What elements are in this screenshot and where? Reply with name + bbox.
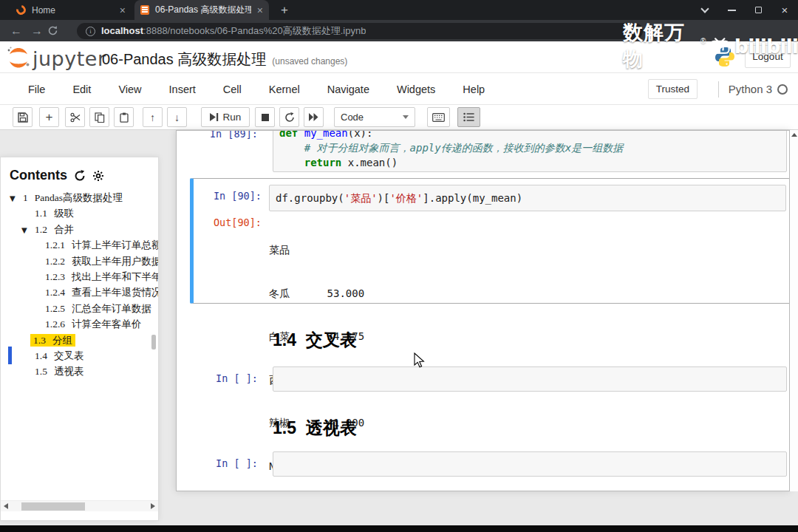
tab-home-title: Home bbox=[32, 5, 114, 16]
menu-edit[interactable]: Edit bbox=[72, 83, 91, 95]
run-icon bbox=[210, 113, 219, 121]
add-cell-button[interactable]: + bbox=[39, 107, 59, 127]
toc-item[interactable]: 1.1级联 bbox=[1, 205, 159, 221]
tab-search-icon[interactable] bbox=[692, 0, 718, 20]
jupyter-favicon bbox=[14, 3, 27, 16]
code-line: # 对于分组对象而言，apply传递的函数，接收到的参数x是一组数据 bbox=[279, 140, 780, 155]
toc-item[interactable]: 1.2.5汇总全年订单数据 bbox=[1, 301, 159, 316]
kernel-name: Python 3 bbox=[729, 83, 772, 95]
menu-view[interactable]: View bbox=[118, 83, 141, 95]
scroll-thumb[interactable] bbox=[21, 502, 85, 511]
code-line: def my_mean(x): bbox=[279, 130, 780, 140]
forward-icon[interactable]: → bbox=[27, 24, 47, 38]
code-cell-input[interactable]: def my_mean(x): # 对于分组对象而言，apply传递的函数，接收… bbox=[273, 130, 787, 172]
command-palette-button[interactable] bbox=[427, 107, 450, 127]
list-icon bbox=[463, 112, 474, 122]
cell-output: 菜品 冬瓜 53.000 白菜 34.375 西红柿 18.000 辣椒 41.… bbox=[269, 214, 426, 491]
scroll-up-icon[interactable] bbox=[791, 133, 797, 137]
menu-help[interactable]: Help bbox=[463, 83, 485, 95]
toc-item[interactable]: 1.4交叉表 bbox=[1, 348, 159, 364]
menu-kernel[interactable]: Kernel bbox=[269, 83, 300, 95]
toc-sidebar: Contents ▼1Pandas高级数据处理 1.1级联 ▼1.2合并 1.2… bbox=[0, 157, 159, 521]
notebook-toolbar: + ↑ ↓ Run Code bbox=[0, 105, 798, 130]
url-path: :8888/notebooks/06-Pandas%20高级数据处理.ipynb bbox=[143, 25, 366, 36]
scissors-icon bbox=[70, 112, 81, 123]
minimize-button[interactable] bbox=[718, 0, 745, 20]
toc-item-current[interactable]: 1.3分组 bbox=[1, 332, 159, 348]
gear-icon[interactable] bbox=[92, 170, 104, 182]
tab-close-icon[interactable]: × bbox=[120, 4, 126, 16]
sidebar-scroll-thumb[interactable] bbox=[151, 335, 156, 349]
move-cell-up-button[interactable]: ↑ bbox=[143, 107, 163, 127]
menu-insert[interactable]: Insert bbox=[169, 83, 196, 95]
browser-tab-strip: Home × 06-Pandas 高级数据处理 × + × bbox=[0, 0, 798, 20]
tab-home[interactable]: Home × bbox=[10, 0, 132, 20]
copy-icon bbox=[95, 112, 105, 123]
site-info-icon[interactable]: i bbox=[86, 27, 95, 36]
caret-down-icon[interactable]: ▼ bbox=[21, 222, 35, 237]
toc-item[interactable]: ▼1Pandas高级数据处理 bbox=[1, 190, 159, 205]
window-controls: × bbox=[692, 0, 798, 20]
cell-prompt: In [89]: bbox=[194, 130, 258, 140]
jupyter-logo-text: jupyter bbox=[33, 47, 106, 70]
move-cell-down-button[interactable]: ↓ bbox=[167, 107, 187, 127]
sidebar-horizontal-scrollbar[interactable] bbox=[1, 500, 158, 511]
bottom-black-bar bbox=[0, 525, 798, 532]
tab-notebook[interactable]: 06-Pandas 高级数据处理 × bbox=[134, 0, 269, 20]
notebook-favicon bbox=[140, 5, 149, 15]
toc-item[interactable]: 1.2.6计算全年客单价 bbox=[1, 316, 159, 332]
tab-notebook-title: 06-Pandas 高级数据处理 bbox=[155, 4, 251, 16]
paste-cell-button[interactable] bbox=[114, 107, 134, 127]
menu-widgets[interactable]: Widgets bbox=[397, 83, 435, 95]
section-heading-pivot: 1.5 透视表 bbox=[273, 417, 357, 440]
toc-item[interactable]: 1.2.2获取上半年用户数据 bbox=[1, 253, 159, 269]
selected-code-cell[interactable]: In [90]: df.groupby('菜品')['价格'].apply(my… bbox=[190, 178, 790, 304]
empty-code-cell-input[interactable] bbox=[273, 451, 787, 477]
cell-type-dropdown[interactable]: Code bbox=[334, 107, 415, 127]
menu-file[interactable]: File bbox=[28, 83, 45, 95]
toc-list: ▼1Pandas高级数据处理 1.1级联 ▼1.2合并 1.2.1计算上半年订单… bbox=[1, 190, 159, 380]
checkpoint-status: (unsaved changes) bbox=[272, 56, 347, 66]
notebook-title[interactable]: 06-Pandas 高级数据处理(unsaved changes) bbox=[102, 50, 347, 69]
keyboard-icon bbox=[432, 113, 445, 122]
tab-close-icon[interactable]: × bbox=[257, 4, 263, 16]
url-field[interactable]: i localhost:8888/notebooks/06-Pandas%20高… bbox=[77, 23, 643, 39]
back-icon[interactable]: ← bbox=[6, 24, 27, 38]
menu-bar: File Edit View Insert Cell Kernel Naviga… bbox=[0, 73, 798, 105]
toc-toggle-button[interactable] bbox=[457, 107, 480, 127]
menu-navigate[interactable]: Navigate bbox=[327, 83, 369, 95]
cut-cell-button[interactable] bbox=[65, 107, 85, 127]
refresh-icon[interactable] bbox=[74, 170, 86, 182]
browser-url-bar: ← → i localhost:8888/notebooks/06-Pandas… bbox=[0, 20, 798, 41]
empty-code-cell-input[interactable] bbox=[273, 366, 787, 392]
notebook-scrollbar[interactable] bbox=[790, 130, 798, 491]
reload-icon[interactable] bbox=[47, 25, 68, 36]
restart-run-all-button[interactable] bbox=[304, 107, 324, 127]
jupyter-logo[interactable]: jupyter bbox=[6, 45, 106, 70]
interrupt-kernel-button[interactable] bbox=[255, 107, 275, 127]
copy-cell-button[interactable] bbox=[89, 107, 109, 127]
restore-button[interactable] bbox=[745, 0, 771, 20]
code-cell-input[interactable]: df.groupby('菜品')['价格'].apply(my_mean) bbox=[269, 185, 786, 211]
caret-down-icon[interactable]: ▼ bbox=[10, 191, 23, 205]
toc-item[interactable]: 1.2.4查看上半年退货情况 bbox=[1, 284, 159, 300]
toc-position-marker bbox=[8, 347, 12, 364]
floppy-icon bbox=[18, 112, 28, 123]
menu-cell[interactable]: Cell bbox=[223, 83, 242, 95]
run-cell-button[interactable]: Run bbox=[201, 107, 250, 127]
toc-item[interactable]: 1.2.1计算上半年订单总额 bbox=[1, 237, 159, 253]
trusted-button[interactable]: Trusted bbox=[648, 79, 698, 99]
chevron-down-icon bbox=[403, 115, 409, 119]
output-line: 冬瓜 53.000 bbox=[269, 287, 426, 301]
scroll-left-icon[interactable] bbox=[4, 503, 8, 509]
restart-icon bbox=[284, 112, 295, 123]
toc-item[interactable]: ▼1.2合并 bbox=[1, 222, 159, 237]
close-window-button[interactable]: × bbox=[771, 0, 798, 20]
toc-item[interactable]: 1.2.3找出上半年和下半年 bbox=[1, 269, 159, 284]
logout-button[interactable]: Logout bbox=[745, 45, 791, 68]
restart-kernel-button[interactable] bbox=[279, 107, 299, 127]
toc-item[interactable]: 1.5透视表 bbox=[1, 364, 159, 379]
scroll-right-icon[interactable] bbox=[151, 503, 155, 509]
new-tab-button[interactable]: + bbox=[276, 2, 293, 18]
save-button[interactable] bbox=[13, 107, 33, 127]
